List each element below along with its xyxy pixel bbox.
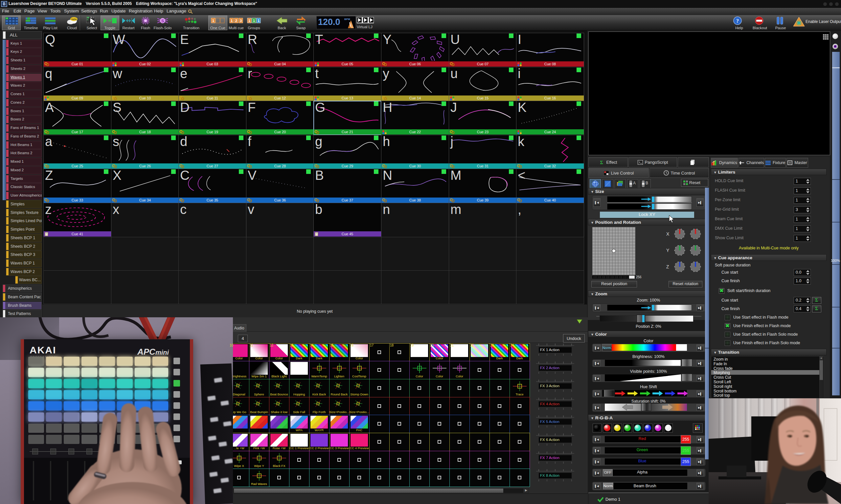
svg-text:1: 1 xyxy=(230,19,233,23)
svg-text:1: 1 xyxy=(248,19,250,23)
svg-text:?: ? xyxy=(736,18,739,24)
svg-text:1: 1 xyxy=(253,19,255,23)
svg-text:beta: beta xyxy=(71,18,76,21)
svg-text:1: 1 xyxy=(212,19,214,23)
svg-text:1: 1 xyxy=(258,19,259,23)
svg-text:S: S xyxy=(161,18,164,23)
svg-text:2: 2 xyxy=(235,19,237,23)
svg-text:3: 3 xyxy=(240,19,242,23)
svg-text:Σ: Σ xyxy=(600,160,603,165)
